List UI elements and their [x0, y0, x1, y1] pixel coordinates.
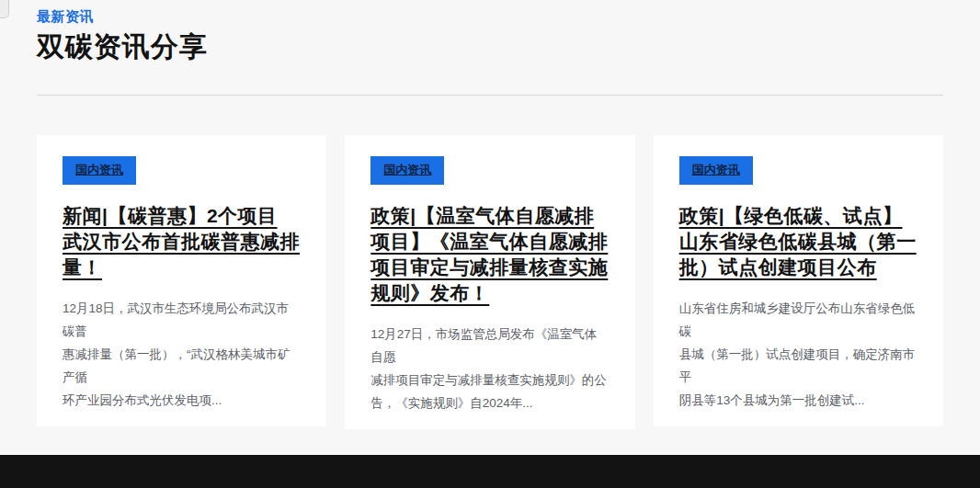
article-excerpt: 山东省住房和城乡建设厅公布山东省绿色低碳 县城（第一批）试点创建项目，确定济南市… — [679, 297, 917, 412]
news-card: 国内资讯 新闻|【碳普惠】2个项目 武汉市公布首批碳普惠减排 量！ 12月18日… — [37, 135, 326, 426]
page-title: 双碳资讯分享 — [37, 28, 943, 66]
article-excerpt: 12月27日，市场监管总局发布《温室气体自愿 减排项目审定与减排量核查实施规则》… — [370, 323, 609, 414]
article-excerpt: 12月18日，武汉市生态环境局公布武汉市碳普 惠减排量（第一批），“武汉格林美城… — [63, 297, 301, 412]
news-card-list: 国内资讯 新闻|【碳普惠】2个项目 武汉市公布首批碳普惠减排 量！ 12月18日… — [37, 135, 943, 429]
scrollbar-thumb[interactable] — [0, 0, 9, 18]
footer-bar — [0, 455, 980, 488]
news-section: 最新资讯 双碳资讯分享 国内资讯 新闻|【碳普惠】2个项目 武汉市公布首批碳普惠… — [37, 0, 943, 429]
divider — [37, 95, 943, 96]
article-title-link[interactable]: 政策|【绿色低碳、试点】 山东省绿色低碳县城（第一 批）试点创建项目公布 — [679, 203, 917, 280]
article-title-link[interactable]: 新闻|【碳普惠】2个项目 武汉市公布首批碳普惠减排 量！ — [63, 203, 301, 280]
category-badge[interactable]: 国内资讯 — [370, 156, 444, 185]
section-eyebrow: 最新资讯 — [37, 8, 943, 26]
news-card: 国内资讯 政策|【绿色低碳、试点】 山东省绿色低碳县城（第一 批）试点创建项目公… — [654, 135, 943, 426]
category-badge[interactable]: 国内资讯 — [679, 156, 753, 185]
article-title-link[interactable]: 政策|【温室气体自愿减排 项目】《温室气体自愿减排 项目审定与减排量核查实施 规… — [370, 203, 609, 306]
category-badge[interactable]: 国内资讯 — [63, 156, 136, 185]
news-card: 国内资讯 政策|【温室气体自愿减排 项目】《温室气体自愿减排 项目审定与减排量核… — [345, 135, 634, 429]
